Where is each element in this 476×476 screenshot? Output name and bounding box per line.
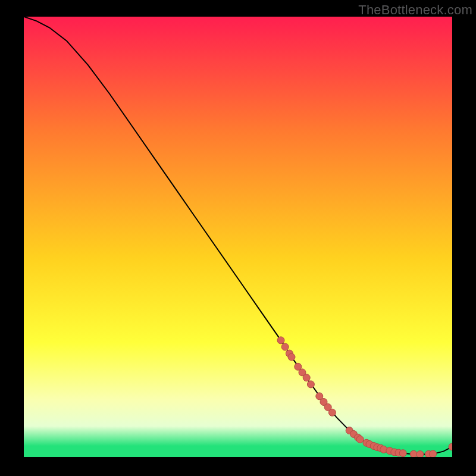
data-marker	[288, 353, 295, 361]
data-marker	[416, 451, 424, 457]
data-marker	[399, 450, 406, 457]
data-marker	[281, 343, 289, 350]
gradient-background	[24, 17, 452, 457]
plot-svg	[24, 17, 452, 457]
data-marker	[277, 337, 284, 344]
watermark-text: TheBottleneck.com	[358, 2, 472, 18]
data-marker	[430, 450, 437, 457]
plot-area	[24, 17, 452, 457]
data-marker	[356, 436, 364, 443]
data-marker	[328, 409, 336, 416]
chart-frame: TheBottleneck.com	[0, 0, 476, 476]
data-marker	[410, 450, 417, 457]
data-marker	[307, 381, 314, 388]
data-marker	[303, 374, 310, 381]
